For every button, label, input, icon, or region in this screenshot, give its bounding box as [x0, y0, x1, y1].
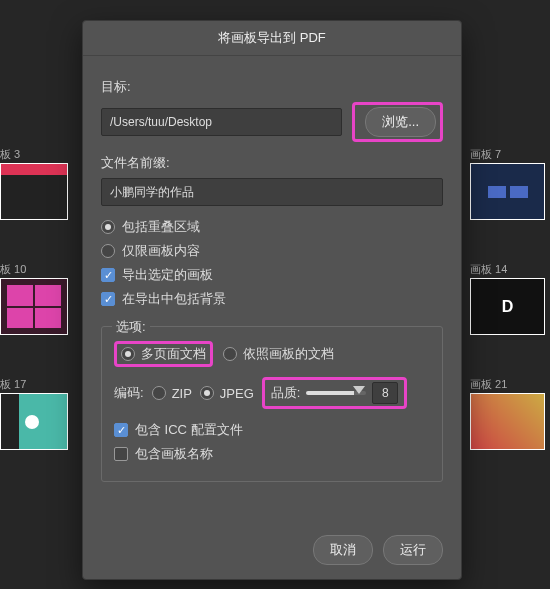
artboard-thumb[interactable]: D [470, 278, 545, 335]
cancel-button[interactable]: 取消 [313, 535, 373, 565]
artboard-label: 板 17 [0, 377, 26, 392]
artboard-thumb[interactable] [0, 278, 68, 335]
quality-slider[interactable] [306, 391, 366, 395]
per-artboard-radio[interactable] [223, 347, 237, 361]
artboard-only-radio[interactable] [101, 244, 115, 258]
icc-label: 包含 ICC 配置文件 [135, 421, 243, 439]
multipage-radio[interactable] [121, 347, 135, 361]
encoding-label: 编码: [114, 384, 144, 402]
highlight-browse: 浏览... [352, 102, 443, 142]
highlight-multipage: 多页面文档 [114, 341, 213, 367]
artboard-name-checkbox[interactable] [114, 447, 128, 461]
prefix-input[interactable] [101, 178, 443, 206]
selected-checkbox[interactable] [101, 268, 115, 282]
browse-button[interactable]: 浏览... [365, 107, 436, 137]
artboard-label: 板 3 [0, 147, 20, 162]
overlap-label: 包括重叠区域 [122, 218, 200, 236]
artboard-thumb[interactable] [470, 163, 545, 220]
run-button[interactable]: 运行 [383, 535, 443, 565]
selected-label: 导出选定的画板 [122, 266, 213, 284]
artboard-label: 画板 7 [470, 147, 501, 162]
background-checkbox[interactable] [101, 292, 115, 306]
artboard-thumb[interactable] [470, 393, 545, 450]
artboard-name-label: 包含画板名称 [135, 445, 213, 463]
quality-label: 品质: [271, 384, 301, 402]
zip-radio[interactable] [152, 386, 166, 400]
options-group: 选项: 多页面文档 依照画板的文档 编码: ZIP [101, 326, 443, 482]
overlap-radio[interactable] [101, 220, 115, 234]
highlight-quality: 品质: [262, 377, 408, 409]
zip-label: ZIP [172, 386, 192, 401]
options-title: 选项: [112, 318, 150, 336]
dialog-footer: 取消 运行 [313, 535, 443, 565]
export-pdf-dialog: 将画板导出到 PDF 目标: 浏览... 文件名前缀: 包括重叠区域 仅限画板内… [82, 20, 462, 580]
icc-checkbox[interactable] [114, 423, 128, 437]
artboard-label: 板 10 [0, 262, 26, 277]
artboard-only-label: 仅限画板内容 [122, 242, 200, 260]
multipage-label: 多页面文档 [141, 345, 206, 363]
dialog-title: 将画板导出到 PDF [83, 21, 461, 56]
artboard-label: 画板 14 [470, 262, 507, 277]
artboard-thumb[interactable] [0, 393, 68, 450]
artboard-thumb[interactable] [0, 163, 68, 220]
background-label: 在导出中包括背景 [122, 290, 226, 308]
jpeg-label: JPEG [220, 386, 254, 401]
destination-input[interactable] [101, 108, 342, 136]
per-artboard-label: 依照画板的文档 [243, 345, 334, 363]
quality-value[interactable] [372, 382, 398, 404]
prefix-label: 文件名前缀: [101, 154, 443, 172]
jpeg-radio[interactable] [200, 386, 214, 400]
artboard-label: 画板 21 [470, 377, 507, 392]
destination-label: 目标: [101, 78, 443, 96]
